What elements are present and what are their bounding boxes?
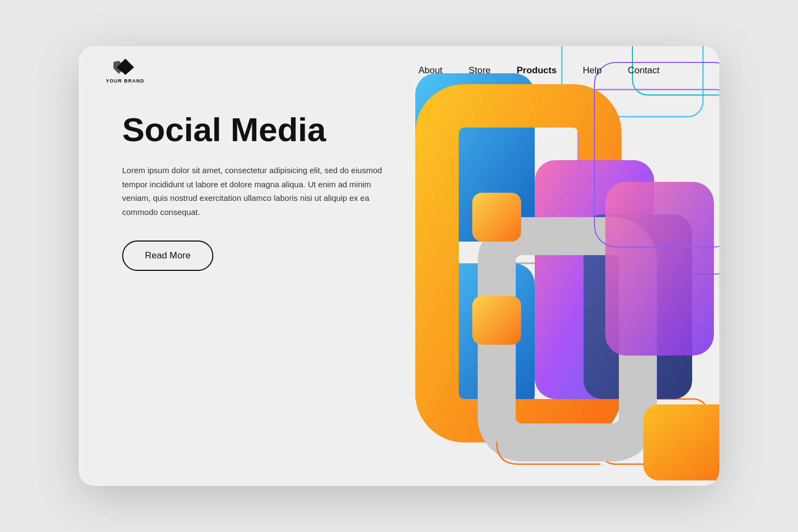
nav-store[interactable]: Store: [468, 65, 491, 76]
svg-rect-16: [643, 404, 719, 480]
landing-card: YOUR BRAND About Store Products Help Con…: [79, 46, 719, 486]
svg-rect-15: [472, 296, 521, 345]
read-more-button[interactable]: Read More: [122, 240, 213, 271]
nav-help[interactable]: Help: [582, 65, 601, 76]
nav-about[interactable]: About: [419, 65, 442, 76]
shapes-decoration: [328, 46, 719, 486]
brand-logo-icon: [113, 58, 137, 76]
nav-contact[interactable]: Contact: [628, 65, 660, 76]
nav-products[interactable]: Products: [517, 65, 557, 76]
hero-description: Lorem ipsum dolor sit amet, consectetur …: [122, 163, 383, 219]
brand-label: YOUR BRAND: [106, 78, 144, 84]
brand: YOUR BRAND: [106, 58, 144, 84]
hero-title: Social Media: [122, 111, 383, 148]
navbar: YOUR BRAND About Store Products Help Con…: [79, 46, 719, 95]
svg-rect-13: [605, 182, 714, 356]
shapes-svg: [328, 46, 719, 486]
svg-rect-14: [472, 193, 521, 242]
hero-content: Social Media Lorem ipsum dolor sit amet,…: [122, 111, 383, 271]
nav-links: About Store Products Help Contact: [419, 65, 660, 76]
